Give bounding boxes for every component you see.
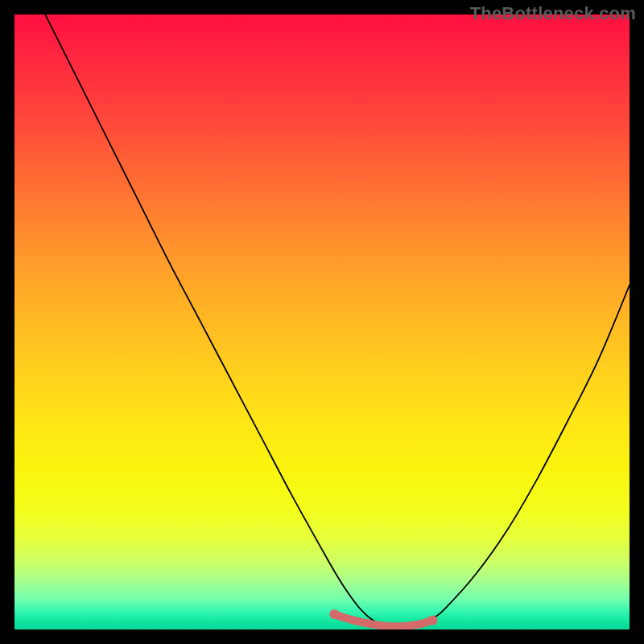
chart-frame: TheBottleneck.com xyxy=(0,0,644,644)
watermark-text: TheBottleneck.com xyxy=(470,3,636,24)
plot-area xyxy=(14,14,630,630)
optimal-band-path xyxy=(334,614,432,626)
curve-layer xyxy=(14,14,630,630)
optimal-band-endpoint xyxy=(428,616,438,625)
optimal-band-endpoint xyxy=(329,609,339,619)
bottleneck-curve-path xyxy=(45,14,630,629)
